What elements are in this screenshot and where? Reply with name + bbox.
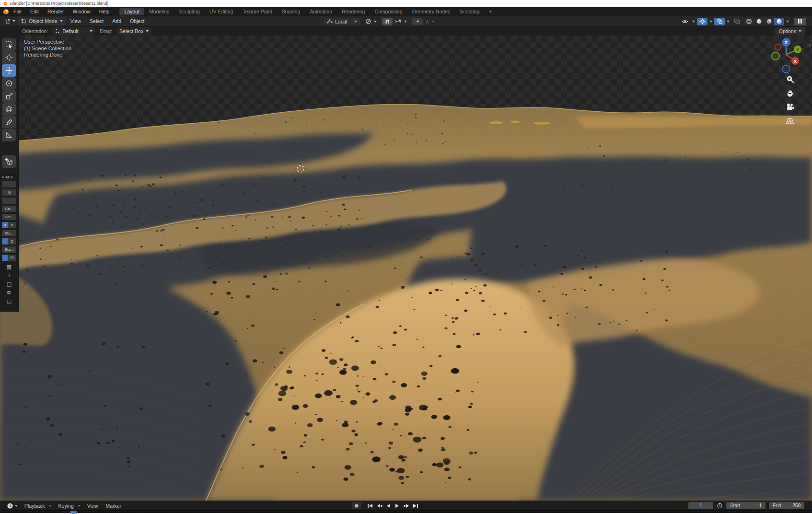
timeline-menu-view[interactable]: View [83, 503, 102, 509]
xray-toggle[interactable] [731, 18, 742, 25]
topbar: File Edit Render Window Help Layout Mode… [0, 7, 812, 16]
timeline-editor-dropdown[interactable] [4, 502, 21, 509]
transform-orientation-dropdown[interactable]: Local [324, 18, 360, 25]
proportional-editing-toggle[interactable] [412, 18, 423, 25]
toggle-perspective-control[interactable] [785, 116, 795, 126]
panel-grid-icon[interactable]: ▦ [1, 264, 17, 269]
panel-overlap-icon[interactable]: ⧉ [1, 290, 17, 295]
tool-orientation-dropdown[interactable]: Default [52, 27, 95, 35]
pivot-point-dropdown[interactable] [362, 18, 380, 25]
shading-wireframe-button[interactable] [744, 18, 754, 25]
prev-keyframe-icon [376, 503, 383, 508]
panel-button-blank-1[interactable] [2, 181, 16, 187]
tab-uv-editing[interactable]: UV Editing [205, 8, 238, 15]
tab-modeling[interactable]: Modeling [144, 8, 174, 15]
previous-keyframe-button[interactable] [375, 502, 383, 509]
tab-rendering[interactable]: Rendering [337, 8, 370, 15]
gizmo-axis-y-neg[interactable] [772, 52, 779, 60]
panel-toggle-pl[interactable]: Pl [2, 255, 16, 261]
show-gizmo-toggle[interactable] [697, 18, 708, 25]
viewport-canvas[interactable] [0, 35, 812, 501]
playhead[interactable] [70, 511, 77, 514]
blender-app-icon[interactable] [2, 8, 9, 15]
menu-help[interactable]: Help [95, 9, 114, 14]
play-button[interactable] [394, 502, 401, 509]
options-dropdown[interactable]: Options [775, 27, 805, 35]
end-frame-field[interactable]: End250 [769, 502, 804, 509]
camera-view-control[interactable] [785, 102, 795, 112]
tab-scripting[interactable]: Scripting [455, 8, 484, 15]
auto-keyframe-button[interactable] [352, 502, 361, 509]
falloff-icon[interactable]: ∧ [425, 18, 429, 25]
menu-render[interactable]: Render [43, 9, 68, 14]
show-overlays-toggle[interactable] [714, 18, 725, 25]
tool-scale[interactable] [2, 90, 16, 103]
solid-shading-icon [756, 18, 762, 24]
shading-solid-button[interactable] [754, 18, 764, 25]
proportional-edit-icon [415, 19, 420, 24]
panel-button-sta-1[interactable]: Sta... [2, 230, 16, 236]
tool-add-cube[interactable] [2, 155, 16, 168]
timeline-ruler[interactable] [0, 510, 812, 513]
navigation-gizmo[interactable]: Z Y X [769, 36, 803, 74]
panel-toggle-c[interactable]: C [2, 238, 16, 245]
panel-button-blank-2[interactable] [2, 198, 16, 204]
sidebar-collapse-arrow[interactable]: ‹ [809, 42, 811, 48]
tool-cursor[interactable] [2, 51, 16, 64]
menu-file[interactable]: File [9, 9, 26, 14]
tool-select-box[interactable] [2, 38, 16, 51]
snap-toggle[interactable] [382, 18, 393, 25]
gizmo-axis-z-neg[interactable] [782, 65, 790, 73]
tab-texture-paint[interactable]: Texture Paint [238, 8, 277, 15]
drag-mode-dropdown[interactable]: Select Box [116, 27, 151, 35]
timeline-menu-playback[interactable]: Playback [21, 503, 49, 509]
panel-toggle-0x[interactable]: 0 X [2, 222, 16, 228]
timeline-menu-keying[interactable]: Keying [55, 503, 78, 509]
jump-to-end-button[interactable] [412, 502, 419, 509]
use-preview-range-icon[interactable] [717, 502, 723, 509]
panel-axis-icon[interactable]: ⊥ [1, 273, 17, 278]
panel-button-del[interactable]: Del... [2, 214, 16, 220]
tab-compositing[interactable]: Compositing [370, 8, 407, 15]
pan-control[interactable] [785, 88, 795, 98]
jump-to-start-button[interactable] [366, 502, 374, 509]
pause-render-button[interactable] [794, 18, 806, 25]
tool-rotate[interactable] [2, 77, 16, 90]
vp-menu-add[interactable]: Add [108, 18, 125, 24]
vp-menu-object[interactable]: Object [126, 18, 148, 24]
mode-dropdown[interactable]: Object Mode [18, 17, 66, 25]
panel-button-sta-2[interactable]: Sta... [2, 246, 16, 253]
current-frame-field[interactable]: 1 [688, 502, 713, 509]
snap-with-dropdown[interactable] [395, 18, 410, 25]
menu-window[interactable]: Window [68, 9, 94, 14]
gizmo-axis-x-neg[interactable] [775, 44, 781, 50]
editor-type-dropdown[interactable] [3, 18, 17, 24]
tab-sculpting[interactable]: Sculpting [174, 8, 205, 15]
tool-move[interactable] [2, 64, 16, 77]
tool-annotate[interactable] [2, 116, 16, 128]
shading-material-button[interactable] [764, 18, 774, 25]
vp-menu-select[interactable]: Select [86, 18, 107, 24]
tab-geometry-nodes[interactable]: Geometry Nodes [407, 8, 455, 15]
zoom-control[interactable] [785, 74, 795, 84]
start-frame-field[interactable]: Start1 [726, 502, 766, 509]
tab-shading[interactable]: Shading [277, 8, 305, 15]
side-panel-header[interactable]: AEZ [1, 175, 17, 179]
shading-rendered-button[interactable] [774, 18, 784, 25]
visibility-dropdown[interactable] [680, 18, 690, 25]
panel-square-icon[interactable]: □ [1, 281, 17, 287]
panel-corner-icon[interactable]: ◱ [1, 299, 17, 304]
timeline-menu-marker[interactable]: Marker [102, 503, 125, 509]
tab-animation[interactable]: Animation [305, 8, 337, 15]
tool-measure[interactable] [2, 129, 16, 141]
vp-menu-view[interactable]: View [67, 18, 85, 24]
tab-layout[interactable]: Layout [119, 8, 144, 15]
tab-add-workspace[interactable]: + [484, 8, 497, 15]
play-reverse-button[interactable] [384, 502, 392, 509]
tool-transform[interactable] [2, 103, 16, 116]
panel-button-ca[interactable]: Ca... [2, 206, 16, 212]
panel-button-m[interactable]: M [2, 189, 16, 196]
menu-edit[interactable]: Edit [26, 9, 43, 14]
next-keyframe-button[interactable] [403, 502, 410, 509]
annotate-pen-icon [5, 118, 13, 126]
